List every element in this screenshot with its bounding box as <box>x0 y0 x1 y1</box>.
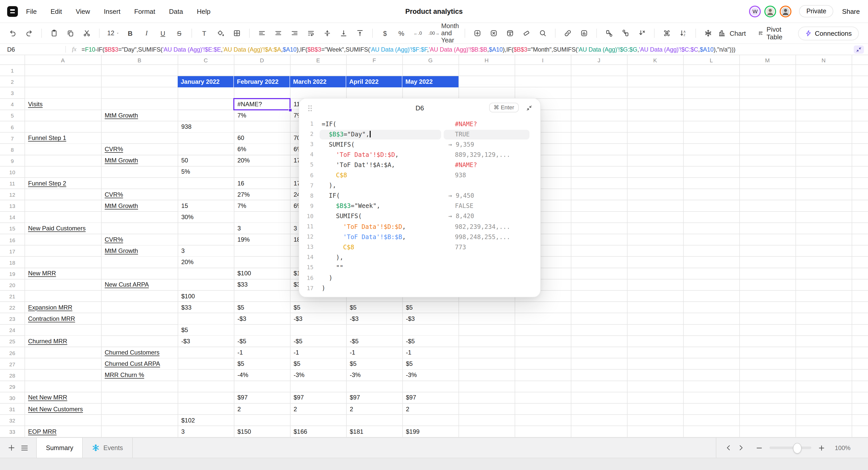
cell-D30[interactable]: $97 <box>235 392 290 403</box>
cell-D23[interactable]: -$3 <box>235 313 290 324</box>
cell-C13[interactable]: 15 <box>178 200 234 211</box>
row-header-25[interactable]: 25 <box>0 336 25 347</box>
tab-events[interactable]: Events <box>83 438 132 458</box>
row-header-20[interactable]: 20 <box>0 280 25 291</box>
chart-button[interactable]: Chart <box>718 29 746 37</box>
cell-G33[interactable]: $199 <box>403 426 459 437</box>
cell-A23[interactable]: Contraction MRR <box>25 313 101 324</box>
cell-E22[interactable]: $5 <box>290 302 346 313</box>
month-header-cell[interactable]: January 2022 <box>178 76 234 87</box>
cell-B26[interactable]: Churned Customers <box>102 347 178 358</box>
avatar-photo-2[interactable] <box>780 5 792 17</box>
cell-F33[interactable]: $181 <box>347 426 402 437</box>
cell-D22[interactable]: $5 <box>235 302 290 313</box>
formula-line-5[interactable]: 5'ToF Dat'!$A:$A,#NAME? <box>299 160 540 170</box>
column-header-H[interactable]: H <box>459 55 515 65</box>
row-header-27[interactable]: 27 <box>0 358 25 370</box>
formula-input[interactable]: =F10-IF($B$3="Day",SUMIFS('AU Data (Agg)… <box>82 46 852 53</box>
cell-D20[interactable]: $33 <box>235 280 290 290</box>
cell-C32[interactable]: $102 <box>178 415 234 425</box>
cell-E31[interactable]: 2 <box>290 404 346 414</box>
currency-format-button[interactable]: $ <box>378 27 392 40</box>
valign-middle-button[interactable] <box>321 27 334 40</box>
cell-A31[interactable]: Net New Customers <box>25 404 101 414</box>
cell-C21[interactable]: $100 <box>178 291 234 301</box>
text-wrap-button[interactable] <box>304 27 318 40</box>
avatar-w[interactable]: W <box>749 5 761 17</box>
fill-down-button[interactable] <box>503 27 517 40</box>
cell-B16[interactable]: CVR% <box>102 234 178 245</box>
row-header-15[interactable]: 15 <box>0 223 25 234</box>
cell-B13[interactable]: MtM Growth <box>102 200 178 211</box>
row-header-18[interactable]: 18 <box>0 257 25 268</box>
column-header-L[interactable]: L <box>683 55 739 65</box>
cell-B28[interactable]: MRR Churn % <box>102 370 178 380</box>
cell-B12[interactable]: CVR% <box>102 189 178 200</box>
column-header-M[interactable]: M <box>739 55 796 65</box>
formula-line-3[interactable]: 3SUMIFS(→ 9,359 <box>299 140 540 150</box>
cell-D25[interactable]: -$5 <box>235 336 290 347</box>
next-sheet-button[interactable] <box>738 444 744 451</box>
cell-G30[interactable]: $97 <box>403 392 459 403</box>
cell-D4[interactable]: #NAME? <box>235 99 290 110</box>
cell-D31[interactable]: 2 <box>235 404 290 414</box>
cell-A11[interactable]: Funnel Step 2 <box>25 178 101 188</box>
row-header-8[interactable]: 8 <box>0 144 25 155</box>
cell-G22[interactable]: $5 <box>403 302 459 313</box>
cell-D27[interactable]: $5 <box>235 358 290 369</box>
insert-chart-button[interactable] <box>578 27 591 40</box>
row-header-12[interactable]: 12 <box>0 189 25 200</box>
cell-E26[interactable]: -1 <box>290 347 346 358</box>
cell-D13[interactable]: 7% <box>235 200 290 211</box>
cell-B5[interactable]: MtM Growth <box>102 110 178 121</box>
menu-view[interactable]: View <box>76 7 90 15</box>
cell-F25[interactable]: -$5 <box>347 336 402 347</box>
cell-E23[interactable]: -$3 <box>290 313 346 324</box>
popup-collapse-button[interactable] <box>526 104 532 113</box>
formula-line-7[interactable]: 7), <box>299 181 540 191</box>
row-header-11[interactable]: 11 <box>0 178 25 189</box>
cell-A33[interactable]: EOP MRR <box>25 426 101 437</box>
cell-C9[interactable]: 50 <box>178 155 234 166</box>
undo-button[interactable] <box>6 27 20 40</box>
row-header-2[interactable]: 2 <box>0 76 25 87</box>
cell-D33[interactable]: $150 <box>235 426 290 437</box>
add-sheet-button[interactable] <box>8 444 15 451</box>
row-header-4[interactable]: 4 <box>0 99 25 110</box>
tab-summary[interactable]: Summary <box>36 438 83 458</box>
align-center-button[interactable] <box>272 27 285 40</box>
copy-button[interactable] <box>64 27 77 40</box>
column-header-I[interactable]: I <box>515 55 571 65</box>
month-header-cell[interactable]: March 2022 <box>290 76 346 87</box>
cell-A15[interactable]: New Paid Customers <box>25 223 101 234</box>
reference-in-button[interactable] <box>619 27 632 40</box>
formula-line-14[interactable]: 14), <box>299 253 540 263</box>
cell-reference-box[interactable]: D6 <box>0 46 65 53</box>
cell-C24[interactable]: $5 <box>178 325 234 335</box>
cell-F26[interactable]: -1 <box>347 347 402 358</box>
column-header-G[interactable]: G <box>402 55 459 65</box>
formula-line-1[interactable]: 1=IF(#NAME? <box>299 119 540 129</box>
formula-collapse-button[interactable] <box>854 45 864 53</box>
column-header-K[interactable]: K <box>627 55 683 65</box>
cell-F23[interactable]: -$3 <box>347 313 402 324</box>
cell-C6[interactable]: 938 <box>178 121 234 132</box>
cell-D11[interactable]: 16 <box>235 178 290 188</box>
merge-cells-button[interactable] <box>660 27 674 40</box>
column-header-A[interactable]: A <box>25 55 101 65</box>
paste-button[interactable] <box>48 27 61 40</box>
column-header-F[interactable]: F <box>346 55 402 65</box>
cell-F28[interactable]: -3% <box>347 370 402 380</box>
column-header-E[interactable]: E <box>290 55 346 65</box>
row-header-14[interactable]: 14 <box>0 212 25 223</box>
cell-F27[interactable]: $5 <box>347 358 402 369</box>
zoom-in-button[interactable] <box>818 445 825 451</box>
row-header-13[interactable]: 13 <box>0 200 25 211</box>
row-header-17[interactable]: 17 <box>0 245 25 257</box>
menu-help[interactable]: Help <box>197 7 211 15</box>
month-header-cell[interactable]: February 2022 <box>234 76 290 87</box>
row-header-5[interactable]: 5 <box>0 110 25 121</box>
cell-D28[interactable]: -4% <box>235 370 290 380</box>
cut-button[interactable] <box>80 27 93 40</box>
search-button[interactable] <box>536 27 549 40</box>
